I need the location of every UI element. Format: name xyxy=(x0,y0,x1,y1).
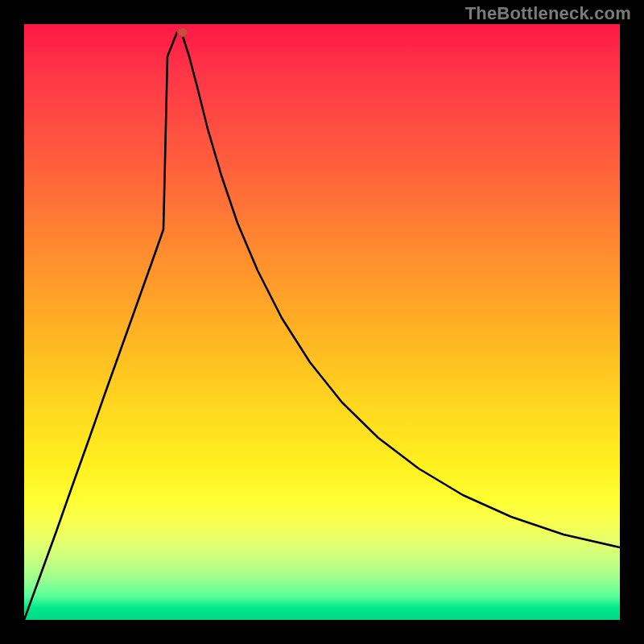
watermark-text: TheBottleneck.com xyxy=(465,3,631,24)
chart-frame: TheBottleneck.com xyxy=(0,0,644,644)
optimal-point-marker xyxy=(177,27,188,37)
plot-area xyxy=(24,24,620,620)
curve-svg xyxy=(24,24,620,620)
bottleneck-curve xyxy=(24,32,620,620)
